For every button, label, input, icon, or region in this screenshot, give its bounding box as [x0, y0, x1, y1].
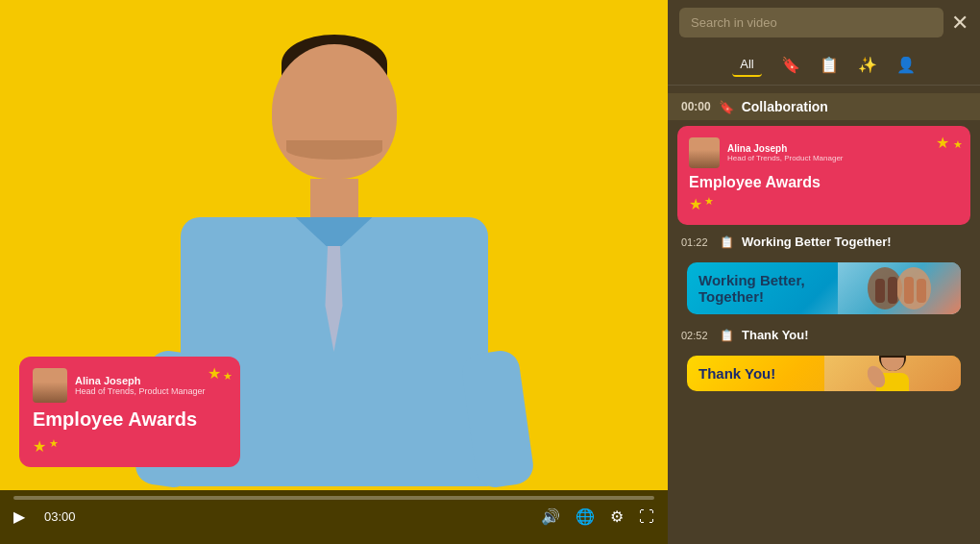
close-button[interactable]: ✕ [951, 12, 968, 34]
hands-svg [861, 262, 938, 314]
segment-thank-you[interactable]: Thank You! [677, 352, 970, 395]
overlay-title: Head of Trends, Product Manager [75, 386, 227, 396]
overlay-card: Alina Joseph Head of Trends, Product Man… [19, 357, 240, 467]
seg-avatar [689, 137, 720, 168]
section-time-2: 02:52 [681, 330, 712, 341]
section-title-0: Collaboration [742, 99, 828, 114]
section-header-working: 01:22 📋 Working Better Together! [668, 231, 980, 253]
person-tie [320, 236, 349, 352]
section-header-collaboration: 00:00 🔖 Collaboration [668, 93, 980, 120]
svg-rect-3 [888, 277, 897, 304]
section-title-2: Thank You! [742, 328, 809, 342]
seg-employee-top: Alina Joseph Head of Trends, Product Man… [689, 137, 959, 168]
video-panel: Alina Joseph Head of Trends, Product Man… [0, 0, 668, 544]
section-title-1: Working Better Together! [742, 235, 892, 249]
seg-thankyou-person [824, 356, 962, 391]
seg-thankyou-text: Thank You! [698, 365, 824, 382]
star-icon-3: ★ [33, 437, 46, 456]
seg-name-block: Alina Joseph Head of Trends, Product Man… [727, 143, 844, 162]
globe-button[interactable]: 🌐 [576, 507, 595, 526]
star-icon-4: ★ [49, 437, 59, 456]
seg-stars-tr: ★ ★ [936, 134, 963, 152]
controls-row: ▶ 03:00 🔊 🌐 ⚙ ⛶ [13, 507, 654, 526]
seg-working-card: Working Better, Together! [687, 262, 961, 314]
segment-working-together[interactable]: Working Better, Together! [677, 259, 970, 318]
seg-subtitle: Head of Trends, Product Manager [727, 154, 844, 162]
star-icon-2: ★ [223, 370, 233, 383]
seg-working-text: Working Better, Together! [698, 272, 837, 305]
seg-working-hands [838, 262, 961, 314]
svg-rect-4 [904, 277, 914, 304]
tab-bookmark[interactable]: 🔖 [781, 56, 800, 74]
seg-thankyou-card: Thank You! [687, 356, 961, 391]
overlay-name: Alina Joseph [75, 375, 227, 386]
section-header-thankyou: 02:52 📋 Thank You! [668, 324, 980, 346]
fullscreen-button[interactable]: ⛶ [639, 508, 654, 526]
star-icon-1: ★ [208, 364, 221, 383]
tab-effects[interactable]: ✨ [858, 56, 877, 74]
section-time-1: 01:22 [681, 236, 712, 248]
ctrl-right: 🔊 🌐 ⚙ ⛶ [541, 507, 654, 526]
section-icon-1: 📋 [720, 235, 734, 249]
seg-name: Alina Joseph [727, 143, 844, 154]
search-bar: ✕ [668, 0, 980, 45]
progress-bar-wrap[interactable] [13, 496, 654, 500]
tab-people[interactable]: 👤 [896, 56, 916, 74]
overlay-stars-tr: ★ ★ [208, 364, 233, 383]
seg-star-2: ★ [953, 138, 963, 150]
overlay-name-block: Alina Joseph Head of Trends, Product Man… [75, 375, 227, 396]
gear-button[interactable]: ⚙ [610, 507, 624, 526]
seg-stars-bl: ★ ★ [689, 195, 959, 213]
overlay-avatar [33, 368, 67, 403]
video-controls: ▶ 03:00 🔊 🌐 ⚙ ⛶ [0, 490, 668, 544]
person-head [272, 44, 397, 179]
segments-list[interactable]: 00:00 🔖 Collaboration Alina Joseph Head … [668, 86, 980, 544]
tab-all[interactable]: All [732, 53, 761, 77]
svg-rect-5 [917, 279, 926, 303]
seg-star-1: ★ [936, 135, 949, 151]
seg-main-title: Employee Awards [689, 174, 959, 191]
thankyou-person-svg [859, 356, 926, 391]
play-button[interactable]: ▶ [13, 507, 25, 526]
right-panel: ✕ All 🔖 📋 ✨ 👤 00:00 🔖 Collaboration Alin… [668, 0, 980, 544]
svg-rect-2 [875, 279, 885, 303]
tab-chapter[interactable]: 📋 [820, 56, 839, 74]
volume-button[interactable]: 🔊 [541, 507, 560, 526]
overlay-main-title: Employee Awards [33, 408, 227, 430]
segment-employee-awards[interactable]: Alina Joseph Head of Trends, Product Man… [677, 126, 970, 225]
seg-star-3: ★ [689, 195, 702, 213]
person-neck [310, 179, 358, 217]
overlay-card-top: Alina Joseph Head of Trends, Product Man… [33, 368, 227, 403]
section-icon-2: 📋 [720, 329, 734, 342]
overlay-stars-bl: ★ ★ [33, 437, 227, 456]
search-input[interactable] [679, 8, 943, 37]
seg-employee-card: Alina Joseph Head of Trends, Product Man… [677, 126, 970, 225]
section-icon-0: 🔖 [719, 100, 734, 114]
seg-star-4: ★ [704, 195, 714, 213]
svg-point-7 [881, 356, 904, 371]
section-time-0: 00:00 [681, 100, 711, 113]
filter-tabs: All 🔖 📋 ✨ 👤 [668, 45, 980, 86]
time-label: 03:00 [44, 509, 76, 524]
